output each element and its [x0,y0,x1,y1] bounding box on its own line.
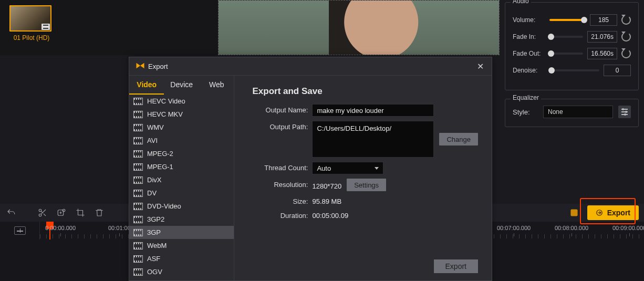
denoise-value[interactable]: 0 [604,65,631,76]
fadein-label: Fade In: [513,33,545,40]
format-item[interactable]: OGV [129,265,234,278]
size-label: Size: [252,195,312,205]
filmstrip-icon [133,229,143,236]
filmstrip-icon [133,242,143,249]
filmstrip-icon [133,268,143,276]
format-list[interactable]: HEVC VideoHEVC MKVWMVAVIMPEG-2MPEG-1DivX… [129,95,234,280]
tab-web[interactable]: Web [199,76,234,95]
format-label: WMV [147,123,164,131]
reset-icon[interactable] [621,49,631,58]
svg-rect-6 [571,210,577,216]
filmstrip-icon [41,24,50,30]
size-value: 95.89 MB [312,195,341,205]
badge-icon[interactable] [568,207,580,218]
format-item[interactable]: DivX [129,173,234,186]
modal-export-button[interactable]: Export [434,259,478,273]
output-path-input[interactable] [312,121,434,158]
format-item[interactable]: ASF [129,252,234,265]
output-name-input[interactable] [312,104,434,117]
output-path-label: Output Path: [252,121,312,131]
filmstrip-icon [133,124,143,131]
audio-denoise-row: Denoise: 0 [513,65,631,76]
fadein-value[interactable]: 21.076s [587,31,617,43]
format-item[interactable]: HEVC Video [129,95,234,108]
format-label: 3GP [147,228,161,236]
resolution-value: 1280*720 [312,180,341,190]
format-label: 3GP2 [147,215,164,223]
svg-point-0 [39,209,41,212]
format-label: DivX [147,176,161,184]
export-tabs: Video Device Web [129,76,234,95]
media-clip-thumb [9,5,51,32]
format-item[interactable]: WMV [129,121,234,134]
format-item[interactable]: 3GP2 [129,213,234,226]
equalizer-title: Equalizer [511,94,541,101]
eq-style-label: Style: [513,108,538,116]
media-clip[interactable]: 01 Pilot (HD) [9,5,54,41]
eq-style-select[interactable]: None [543,106,613,118]
ruler-tick: 00:07:00.000 [497,225,531,231]
modal-left: Video Device Web HEVC VideoHEVC MKVWMVAV… [129,76,234,280]
settings-button[interactable]: Settings [347,179,386,191]
media-clip-label: 01 Pilot (HD) [9,34,54,41]
audio-panel: Audio Volume: 185 Fade In: 21.076s Fade … [505,2,639,90]
output-name-label: Output Name: [252,104,312,114]
format-item[interactable]: 3GP [129,226,234,239]
export-heading: Export and Save [252,86,478,97]
format-item[interactable]: AVI [129,134,234,147]
format-item[interactable]: MPEG-1 [129,160,234,173]
close-icon[interactable]: ✕ [475,61,485,71]
fadeout-label: Fade Out: [513,50,545,57]
format-label: HEVC MKV [147,110,183,118]
format-item[interactable]: MPEG-2 [129,147,234,160]
reset-icon[interactable] [621,15,631,25]
add-track-button[interactable] [0,222,40,240]
format-label: HEVC Video [147,97,185,105]
eq-settings-icon[interactable] [618,106,631,118]
filmstrip-icon [133,176,143,184]
trash-icon[interactable] [94,207,105,218]
svg-point-1 [39,214,41,216]
tab-video[interactable]: Video [129,76,164,95]
thread-select[interactable]: Auto [312,162,383,174]
denoise-label: Denoise: [513,67,545,74]
filmstrip-icon [133,163,143,171]
volume-slider[interactable] [549,19,586,21]
filmstrip-icon [133,216,143,223]
export-button[interactable]: Export [587,205,639,220]
add-icon[interactable] [56,207,67,218]
format-label: ASF [147,255,160,263]
format-item[interactable]: DVD-Video [129,200,234,213]
format-item[interactable]: DV [129,186,234,200]
export-modal: Export ✕ Video Device Web HEVC VideoHEVC… [129,57,492,281]
format-label: AVI [147,137,158,144]
filmstrip-icon [133,111,143,118]
filmstrip-icon [133,255,143,263]
ruler-tick: 00:09:00.000 [612,225,644,231]
change-button[interactable]: Change [439,133,478,145]
audio-volume-row: Volume: 185 [513,14,631,26]
app-logo-icon [136,62,145,71]
fadein-slider[interactable] [549,36,583,38]
format-item[interactable]: HEVC MKV [129,108,234,121]
tab-device[interactable]: Device [164,76,199,95]
fadeout-slider[interactable] [549,53,583,55]
fadeout-value[interactable]: 16.560s [587,48,617,59]
audio-fadeout-row: Fade Out: 16.560s [513,48,631,59]
format-item[interactable]: WebM [129,239,234,252]
export-button-label: Export [607,209,630,217]
undo-icon[interactable] [5,207,17,218]
thread-label: Thread Count: [252,162,312,172]
volume-value[interactable]: 185 [590,14,617,26]
ruler-tick: 0:00:00.000 [45,225,76,231]
filmstrip-icon [133,137,143,144]
format-label: DVD-Video [147,202,181,210]
filmstrip-icon [133,203,143,210]
reset-icon[interactable] [621,32,631,41]
scissors-icon[interactable] [37,207,48,218]
crop-icon[interactable] [75,207,86,218]
format-label: WebM [147,242,167,249]
ruler-tick: 00:08:00.000 [555,225,588,231]
denoise-slider[interactable] [549,69,599,71]
modal-title: Export [148,63,168,70]
